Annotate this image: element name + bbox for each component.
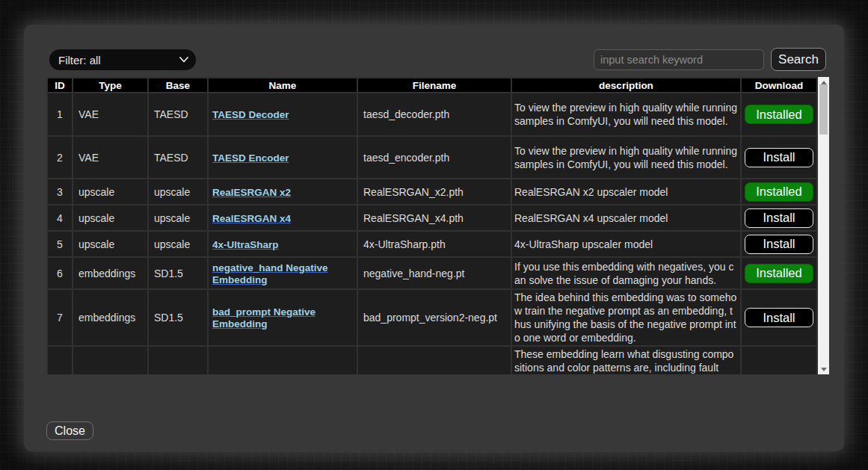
model-name-link[interactable]: bad_prompt Negative Embedding xyxy=(212,306,316,330)
table-row: 2 VAE TAESD TAESD Encoder taesd_encoder.… xyxy=(47,136,817,179)
download-cell xyxy=(741,346,817,374)
filename-cell: taesd_decoder.pth xyxy=(357,93,511,136)
description-cell: The idea behind this embedding was to so… xyxy=(511,289,741,346)
filename-cell: bad_prompt_version2-neg.pt xyxy=(357,289,511,346)
scroll-down-arrow-icon[interactable] xyxy=(818,364,829,374)
model-name-link[interactable]: TAESD Decoder xyxy=(212,109,289,120)
install-button[interactable]: Install xyxy=(745,148,813,167)
description-cell: These embedding learn what disgusting co… xyxy=(511,346,741,374)
model-name-link[interactable]: RealESRGAN x4 xyxy=(212,213,291,224)
base-cell: SD1.5 xyxy=(148,289,208,346)
model-manager-dialog: Filter: all Search ID Type Base Name Fil… xyxy=(24,25,844,451)
table-row: 3 upscale upscale RealESRGAN x2 RealESRG… xyxy=(47,179,817,205)
description-cell: To view the preview in high quality whil… xyxy=(511,93,741,136)
table-row: 7 embeddings SD1.5 bad_prompt Negative E… xyxy=(47,289,817,346)
download-cell: Install xyxy=(741,205,817,231)
model-name-link[interactable]: RealESRGAN x2 xyxy=(212,187,291,198)
name-cell: 4x-UltraSharp xyxy=(208,231,357,257)
type-cell: VAE xyxy=(73,136,148,179)
description-cell: If you use this embedding with negatives… xyxy=(511,257,741,289)
download-cell: Installed xyxy=(741,93,817,136)
installed-button[interactable]: Installed xyxy=(745,105,813,124)
filename-cell: RealESRGAN_x2.pth xyxy=(357,179,511,205)
installed-button[interactable]: Installed xyxy=(745,264,813,283)
id-cell: 7 xyxy=(47,289,73,346)
header-base: Base xyxy=(148,78,208,93)
description-cell: 4x-UltraSharp upscaler model xyxy=(511,231,741,257)
model-name-link[interactable]: 4x-UltraSharp xyxy=(212,239,279,250)
table-scrollbar[interactable] xyxy=(818,77,829,374)
type-cell xyxy=(73,346,148,374)
search-button[interactable]: Search xyxy=(771,48,826,71)
base-cell: upscale xyxy=(148,231,208,257)
type-cell: VAE xyxy=(73,93,148,136)
header-description: description xyxy=(511,78,741,93)
type-cell: embeddings xyxy=(73,257,148,289)
filename-cell xyxy=(357,346,511,374)
table-row: 5 upscale upscale 4x-UltraSharp 4x-Ultra… xyxy=(47,231,817,257)
base-cell: TAESD xyxy=(148,136,208,179)
name-cell: RealESRGAN x4 xyxy=(208,205,357,231)
header-type: Type xyxy=(73,78,148,93)
close-button[interactable]: Close xyxy=(46,421,93,440)
scrollbar-thumb[interactable] xyxy=(819,84,828,134)
install-button[interactable]: Install xyxy=(745,308,813,327)
table-row: 6 embeddings SD1.5 negative_hand Negativ… xyxy=(47,257,817,289)
search-input[interactable] xyxy=(594,49,764,70)
name-cell xyxy=(208,346,357,374)
model-table-zone: ID Type Base Name Filename description D… xyxy=(46,77,829,374)
id-cell: 5 xyxy=(47,231,73,257)
header-filename: Filename xyxy=(357,78,511,93)
description-cell: RealESRGAN x4 upscaler model xyxy=(511,205,741,231)
filename-cell: negative_hand-neg.pt xyxy=(357,257,511,289)
name-cell: RealESRGAN x2 xyxy=(208,179,357,205)
table-header-row: ID Type Base Name Filename description D… xyxy=(47,78,817,93)
download-cell: Install xyxy=(741,136,817,179)
filename-cell: 4x-UltraSharp.pth xyxy=(357,231,511,257)
download-cell: Install xyxy=(741,231,817,257)
download-cell: Installed xyxy=(741,179,817,205)
installed-button[interactable]: Installed xyxy=(745,182,813,202)
base-cell xyxy=(148,346,208,374)
base-cell: upscale xyxy=(148,205,208,231)
name-cell: TAESD Decoder xyxy=(208,93,357,136)
model-table: ID Type Base Name Filename description D… xyxy=(46,77,818,374)
header-download: Download xyxy=(741,78,817,93)
install-button[interactable]: Install xyxy=(745,208,813,228)
name-cell: bad_prompt Negative Embedding xyxy=(208,289,357,346)
filename-cell: taesd_encoder.pth xyxy=(357,136,511,179)
model-name-link[interactable]: negative_hand Negative Embedding xyxy=(212,262,328,285)
filename-cell: RealESRGAN_x4.pth xyxy=(357,205,511,231)
filter-select-value: Filter: all xyxy=(58,54,101,67)
model-name-link[interactable]: TAESD Encoder xyxy=(212,152,289,164)
base-cell: TAESD xyxy=(148,93,208,136)
type-cell: upscale xyxy=(73,179,148,205)
id-cell: 6 xyxy=(47,257,73,289)
name-cell: negative_hand Negative Embedding xyxy=(208,257,357,289)
id-cell: 4 xyxy=(47,205,73,231)
header-id: ID xyxy=(47,78,73,93)
type-cell: upscale xyxy=(73,231,148,257)
table-row: These embedding learn what disgusting co… xyxy=(47,346,817,374)
chevron-down-icon xyxy=(179,57,188,63)
type-cell: upscale xyxy=(73,205,148,231)
filter-select[interactable]: Filter: all xyxy=(49,49,196,70)
download-cell: Installed xyxy=(741,257,817,289)
id-cell: 2 xyxy=(47,136,73,179)
id-cell: 1 xyxy=(47,93,73,136)
base-cell: SD1.5 xyxy=(148,257,208,289)
table-row: 1 VAE TAESD TAESD Decoder taesd_decoder.… xyxy=(47,93,817,136)
header-name: Name xyxy=(208,78,357,93)
description-cell: To view the preview in high quality whil… xyxy=(511,136,741,179)
description-cell: RealESRGAN x2 upscaler model xyxy=(511,179,741,205)
id-cell xyxy=(47,346,73,374)
base-cell: upscale xyxy=(148,179,208,205)
type-cell: embeddings xyxy=(73,289,148,346)
table-row: 4 upscale upscale RealESRGAN x4 RealESRG… xyxy=(47,205,817,231)
name-cell: TAESD Encoder xyxy=(208,136,357,179)
download-cell: Install xyxy=(741,289,817,346)
install-button[interactable]: Install xyxy=(745,235,813,254)
id-cell: 3 xyxy=(47,179,73,205)
